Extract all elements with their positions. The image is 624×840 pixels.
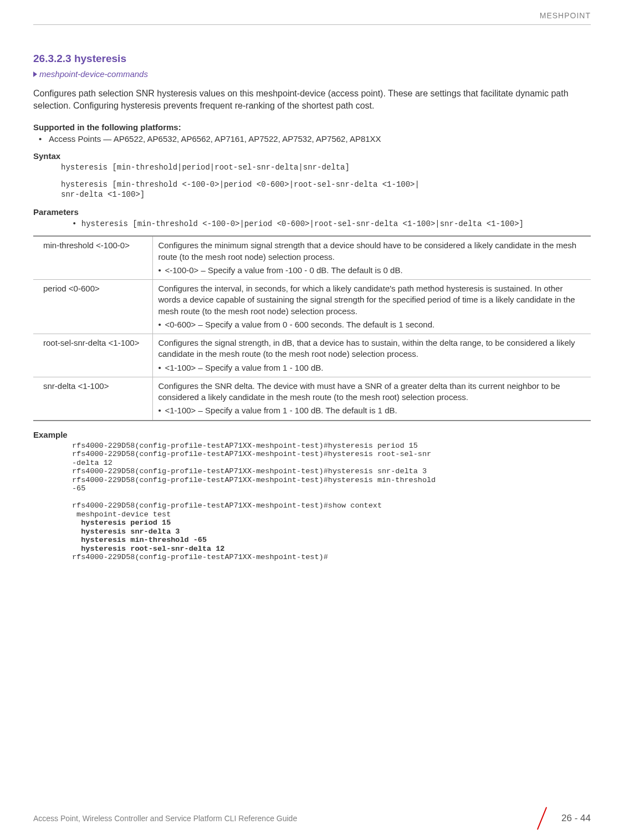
param-name: min-threshold <-100-0>: [33, 236, 152, 279]
param-name: period <0-600>: [33, 280, 152, 334]
header-divider: [33, 24, 591, 25]
example-heading: Example: [33, 430, 591, 439]
param-desc: Configures the signal strength, in dB, t…: [152, 334, 591, 377]
table-row: min-threshold <-100-0> Configures the mi…: [33, 236, 591, 279]
param-desc: Configures the SNR delta. The device wit…: [152, 377, 591, 420]
breadcrumb-text: meshpoint-device-commands: [39, 69, 148, 79]
breadcrumb-link[interactable]: meshpoint-device-commands: [33, 69, 591, 79]
parameters-table: min-threshold <-100-0> Configures the mi…: [33, 235, 591, 421]
table-row: snr-delta <1-100> Configures the SNR del…: [33, 377, 591, 420]
example-code: rfs4000-229D58(config-profile-testAP71XX…: [72, 442, 591, 562]
supported-platforms: Access Points — AP6522, AP6532, AP6562, …: [49, 134, 591, 144]
parameters-heading: Parameters: [33, 207, 591, 217]
footer: Access Point, Wireless Controller and Se…: [0, 807, 624, 830]
param-desc: Configures the minimum signal strength t…: [152, 236, 591, 279]
syntax-heading: Syntax: [33, 151, 591, 161]
param-desc: Configures the interval, in seconds, for…: [152, 280, 591, 334]
syntax-code-1: hysteresis [min-threshold|period|root-se…: [61, 163, 591, 173]
parameters-code-text: hysteresis [min-threshold <-100-0>|perio…: [81, 219, 524, 228]
table-row: period <0-600> Configures the interval, …: [33, 280, 591, 334]
page-number: 26 - 44: [561, 813, 591, 824]
syntax-code-2: hysteresis [min-threshold <-100-0>|perio…: [61, 180, 591, 199]
intro-paragraph: Configures path selection SNR hysteresis…: [33, 88, 591, 112]
supported-heading: Supported in the following platforms:: [33, 122, 591, 132]
example-bold-4: hysteresis root-sel-snr-delta 12: [72, 545, 224, 553]
footer-right: 26 - 44: [530, 807, 591, 830]
slash-icon: [530, 807, 554, 830]
param-desc-text: Configures the minimum signal strength t…: [158, 240, 577, 261]
param-bullet: <-100-0> – Specify a value from -100 - 0…: [158, 265, 586, 276]
table-row: root-sel-snr-delta <1-100> Configures th…: [33, 334, 591, 377]
footer-text: Access Point, Wireless Controller and Se…: [33, 814, 297, 823]
example-bold-3: hysteresis min-threshold -65: [72, 536, 207, 544]
param-name: snr-delta <1-100>: [33, 377, 152, 420]
param-name: root-sel-snr-delta <1-100>: [33, 334, 152, 377]
parameters-code: hysteresis [min-threshold <-100-0>|perio…: [72, 219, 591, 229]
param-bullet: <1-100> – Specify a value from 1 - 100 d…: [158, 405, 586, 416]
nav-arrow-icon: [33, 71, 37, 77]
param-desc-text: Configures the SNR delta. The device wit…: [158, 381, 560, 402]
example-bold-1: hysteresis period 15: [72, 519, 171, 527]
section-title: 26.3.2.3 hysteresis: [33, 53, 591, 65]
param-desc-text: Configures the signal strength, in dB, t…: [158, 338, 575, 358]
header-label: MESHPOINT: [33, 11, 591, 24]
example-last: rfs4000-229D58(config-profile-testAP71XX…: [72, 553, 328, 561]
param-desc-text: Configures the interval, in seconds, for…: [158, 284, 575, 316]
param-bullet: <0-600> – Specify a value from 0 - 600 s…: [158, 319, 586, 330]
param-bullet: <1-100> – Specify a value from 1 - 100 d…: [158, 362, 586, 373]
example-part1: rfs4000-229D58(config-profile-testAP71XX…: [72, 442, 440, 519]
example-bold-2: hysteresis snr-delta 3: [72, 527, 180, 536]
